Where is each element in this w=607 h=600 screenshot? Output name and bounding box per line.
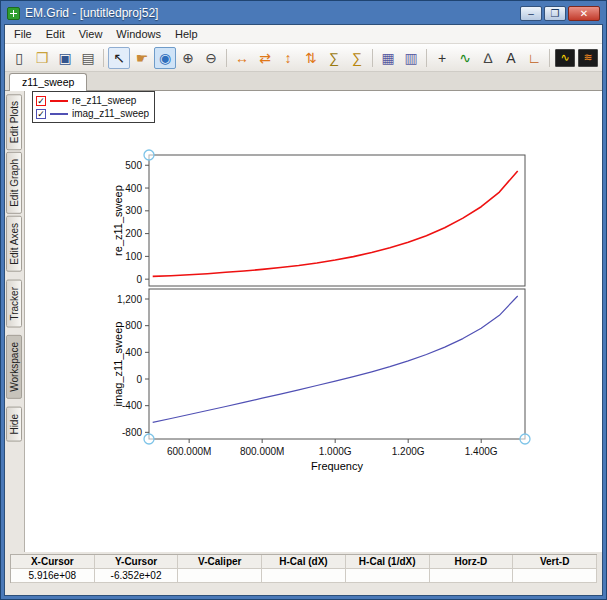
toolbar-separator: [426, 49, 427, 67]
autoscale-y-button[interactable]: ↕: [277, 47, 299, 69]
toolbar-separator: [226, 49, 227, 67]
save-icon: ▣: [58, 51, 71, 65]
side-tab-edit-plots[interactable]: Edit Plots: [6, 94, 22, 150]
data-table-icon: ▦: [381, 51, 394, 65]
menu-edit[interactable]: Edit: [39, 26, 72, 42]
save-button[interactable]: ▣: [54, 47, 76, 69]
y-tick-label: 200: [125, 228, 142, 239]
side-tab-strip: Edit Plots Edit Graph Edit Axes Tracker …: [5, 91, 24, 552]
print-button[interactable]: ▤: [77, 47, 99, 69]
minimize-button[interactable]: –: [520, 6, 542, 21]
scroll-x-button[interactable]: ⇄: [254, 47, 276, 69]
tab-z11-sweep[interactable]: z11_sweep: [9, 73, 87, 91]
cursor-status-bar: X-Cursor Y-Cursor V-Caliper H-Cal (dX) H…: [5, 552, 602, 595]
window-bottom-strip: [10, 583, 597, 595]
menu-bar: File Edit View Windows Help: [5, 25, 602, 44]
spectrum-view-button[interactable]: ≋: [578, 49, 598, 67]
legend-checkbox-re[interactable]: ✓: [36, 96, 46, 106]
spectrum-view-icon: ≋: [583, 52, 592, 63]
delta-marker-button[interactable]: ∆: [477, 47, 499, 69]
y-tick-label: 1,200: [117, 294, 142, 305]
y-tick-label: -400: [122, 400, 142, 411]
legend-line-sample-imag: [50, 113, 68, 115]
plot-panel[interactable]: ✓ re_z11_sweep ✓ imag_z11_sweep 01002003…: [24, 91, 602, 552]
sum-x-button[interactable]: ∑: [323, 47, 345, 69]
zoom-window-button[interactable]: ◉: [154, 47, 176, 69]
zoom-in-button[interactable]: ⊕: [177, 47, 199, 69]
sum-y-button[interactable]: ∑: [346, 47, 368, 69]
eye-diagram-button[interactable]: ∿: [555, 49, 575, 67]
status-value-hcal-1dx: [346, 569, 430, 583]
legend-item-re[interactable]: ✓ re_z11_sweep: [36, 94, 149, 107]
zoom-window-icon: ◉: [159, 51, 171, 65]
cursor-handle[interactable]: [520, 434, 530, 444]
side-tab-edit-axes[interactable]: Edit Axes: [6, 216, 22, 272]
toolbar-separator: [103, 49, 104, 67]
menu-windows[interactable]: Windows: [109, 26, 168, 42]
legend-label-re: re_z11_sweep: [72, 95, 136, 106]
autoscale-x-icon: ↔: [235, 51, 249, 65]
x-tick-label: 1.000G: [319, 446, 352, 457]
app-window: EM.Grid - [untitledproj52] – ❐ ✕ File Ed…: [0, 0, 607, 600]
delta-marker-icon: ∆: [484, 51, 493, 65]
autoscale-x-button[interactable]: ↔: [231, 47, 253, 69]
plot-box-0: [149, 155, 525, 286]
close-button[interactable]: ✕: [568, 6, 600, 21]
toolbar: ▯❒▣▤↖☛◉⊕⊖↔⇄↕⇅∑∑▦▥+∿∆A∟∿≋⇅↹↔: [5, 44, 602, 72]
status-header-horz-d: Horz-D: [430, 555, 514, 569]
side-tab-hide[interactable]: Hide: [6, 407, 22, 442]
status-header-y-cursor: Y-Cursor: [95, 555, 179, 569]
text-label-button[interactable]: A: [500, 47, 522, 69]
status-header-hcal-1dx: H-Cal (1/dX): [346, 555, 430, 569]
status-header-hcal-dx: H-Cal (dX): [262, 555, 346, 569]
open-folder-button[interactable]: ❒: [31, 47, 53, 69]
scroll-y-button[interactable]: ⇅: [300, 47, 322, 69]
side-tab-workspace[interactable]: Workspace: [6, 335, 22, 399]
menu-file[interactable]: File: [7, 26, 39, 42]
y-axis-label: imag_z11_sweep: [112, 322, 124, 407]
pan-hand-icon: ☛: [136, 51, 149, 65]
app-icon: [7, 7, 20, 20]
cursor-status-table: X-Cursor Y-Cursor V-Caliper H-Cal (dX) H…: [10, 554, 597, 583]
cursor-handle[interactable]: [144, 434, 154, 444]
status-value-hcal-dx: [262, 569, 346, 583]
x-tick-label: 600.000M: [167, 446, 211, 457]
status-header-v-caliper: V-Caliper: [178, 555, 262, 569]
menu-help[interactable]: Help: [168, 26, 205, 42]
tracker-curve-button[interactable]: ∿: [454, 47, 476, 69]
plot-tab-bar: z11_sweep: [5, 72, 602, 91]
legend-item-imag[interactable]: ✓ imag_z11_sweep: [36, 107, 149, 120]
legend-checkbox-imag[interactable]: ✓: [36, 109, 46, 119]
y-tick-label: 100: [125, 251, 142, 262]
y-tick-label: 400: [125, 347, 142, 358]
plot-grid-button[interactable]: ▥: [400, 47, 422, 69]
new-document-button[interactable]: ▯: [8, 47, 30, 69]
side-tab-edit-graph[interactable]: Edit Graph: [6, 152, 22, 214]
edit-axes-button[interactable]: ∟: [523, 47, 545, 69]
x-axis-label: Frequency: [311, 460, 363, 472]
cursor-handle[interactable]: [144, 150, 154, 160]
side-tab-tracker[interactable]: Tracker: [6, 280, 22, 328]
title-bar: EM.Grid - [untitledproj52] – ❐ ✕: [4, 4, 603, 24]
zoom-out-button[interactable]: ⊖: [200, 47, 222, 69]
x-tick-label: 1.400G: [465, 446, 498, 457]
y-tick-label: 0: [136, 274, 142, 285]
print-icon: ▤: [81, 51, 94, 65]
open-folder-icon: ❒: [36, 51, 49, 65]
data-table-button[interactable]: ▦: [377, 47, 399, 69]
select-cursor-button[interactable]: ↖: [108, 47, 130, 69]
edit-axes-icon: ∟: [527, 51, 541, 65]
status-value-x-cursor: 5.916e+08: [11, 569, 95, 583]
plot-svg[interactable]: 0100200300400500re_z11_sweep-800-4000400…: [25, 91, 602, 552]
add-cursor-button[interactable]: +: [431, 47, 453, 69]
new-document-icon: ▯: [15, 51, 23, 65]
autoscale-y-icon: ↕: [285, 51, 292, 65]
maximize-button[interactable]: ❐: [544, 6, 566, 21]
menu-view[interactable]: View: [72, 26, 110, 42]
y-tick-label: 300: [125, 205, 142, 216]
tracker-curve-icon: ∿: [459, 51, 471, 65]
sum-y-icon: ∑: [352, 51, 362, 65]
eye-diagram-icon: ∿: [560, 52, 569, 63]
pan-hand-button[interactable]: ☛: [131, 47, 153, 69]
plot-legend: ✓ re_z11_sweep ✓ imag_z11_sweep: [32, 91, 155, 123]
